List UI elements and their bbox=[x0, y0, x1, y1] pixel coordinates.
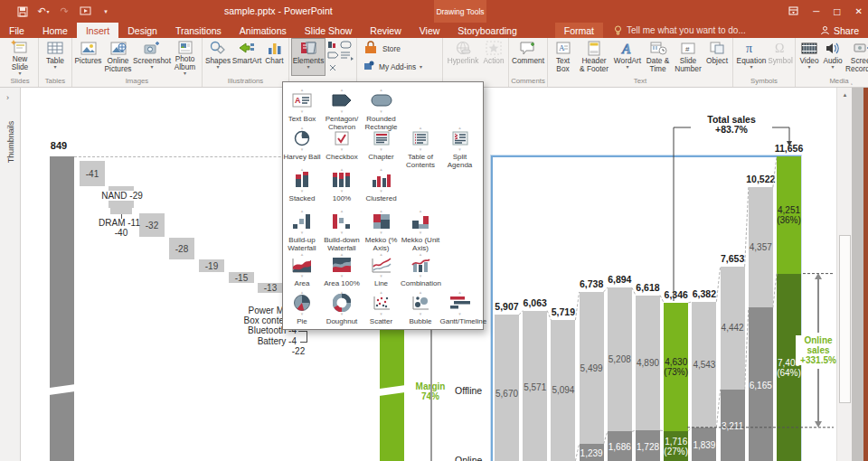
dropdown-item-clustered[interactable]: ▴▾Clustered bbox=[362, 167, 401, 202]
dropdown-item-gantt-timeline[interactable]: ▴▾Gantt/Timeline bbox=[440, 290, 480, 325]
tab-review[interactable]: Review bbox=[361, 23, 410, 38]
tell-me-box[interactable]: Tell me what you want to do... bbox=[614, 23, 746, 38]
dd-rounded-icon bbox=[362, 91, 401, 109]
bar-dark-label: 6,165 bbox=[741, 381, 779, 390]
waterfall-step: -13 bbox=[258, 283, 283, 293]
screen-recording-icon bbox=[854, 39, 868, 57]
contextual-tab-group-label: Drawing Tools bbox=[434, 0, 486, 23]
tab-slide-show[interactable]: Slide Show bbox=[296, 23, 362, 38]
dropdown-item-area-100[interactable]: ▴▾Area 100% bbox=[322, 252, 362, 287]
comment-button[interactable]: Comment bbox=[511, 38, 545, 76]
start-slideshow-button[interactable] bbox=[79, 5, 91, 18]
ribbon-group-symbols: πEquation▾ΩSymbolSymbols bbox=[733, 38, 796, 87]
dropdown-item-area[interactable]: ▴▾Area bbox=[282, 252, 322, 287]
tab-transitions[interactable]: Transitions bbox=[166, 23, 231, 38]
dd-pentagon-icon bbox=[322, 91, 362, 109]
my-addins-button[interactable]: My Add-ins▾ bbox=[363, 60, 440, 73]
dropdown-item-pie[interactable]: ▴▾Pie bbox=[282, 290, 322, 325]
dropdown-item-scatter[interactable]: ▴▾Scatter bbox=[362, 290, 401, 325]
save-button[interactable] bbox=[16, 5, 29, 18]
hyperlink-button[interactable]: Hyperlink bbox=[445, 38, 481, 76]
store-button[interactable]: Store bbox=[363, 41, 440, 57]
dropdown-item-harvey-ball[interactable]: ▴▾Harvey Ball bbox=[282, 126, 322, 161]
screen-recording-button[interactable]: Screen Recording bbox=[844, 38, 868, 76]
tab-animations[interactable]: Animations bbox=[231, 23, 296, 38]
thumbnails-pane-collapsed[interactable]: › Thumbnails bbox=[0, 88, 21, 461]
online-pictures-button[interactable]: Online Pictures bbox=[102, 38, 134, 76]
dropdown-caret-icon: ▾ bbox=[150, 65, 153, 70]
collapse-ribbon-icon[interactable]: ˛ bbox=[851, 77, 854, 85]
waterfall-label-power: Power M bbox=[208, 306, 284, 315]
text-box-button[interactable]: AText Box bbox=[550, 38, 576, 76]
dropdown-item-build-up-waterfall[interactable]: ▴▾Build-up Waterfall bbox=[282, 209, 322, 252]
group-label-illustrations: Illustrations bbox=[204, 76, 287, 87]
dd-combo-icon bbox=[401, 256, 440, 274]
close-button[interactable]: ✕ bbox=[855, 6, 863, 16]
redo-button[interactable]: ↷ bbox=[58, 5, 71, 18]
chart-button[interactable]: Chart bbox=[262, 38, 287, 76]
dropdown-item-checkbox[interactable]: ▴▾Checkbox bbox=[322, 126, 362, 161]
bar-light-label: 4,442 bbox=[713, 323, 751, 333]
table-button[interactable]: Table▾ bbox=[41, 38, 70, 76]
video-button[interactable]: Video▾ bbox=[797, 38, 821, 76]
action-button[interactable]: Action bbox=[481, 38, 506, 76]
dropdown-item-table-of-contents[interactable]: ▴▾Table of Contents bbox=[401, 126, 440, 169]
scroll-up-icon[interactable]: ▲ bbox=[837, 88, 853, 102]
shapes-icon bbox=[209, 39, 227, 57]
screenshot-button[interactable]: Screenshot▾ bbox=[134, 38, 170, 76]
dropdown-item-text-box[interactable]: ▴A▾Text Box bbox=[282, 88, 322, 123]
maximize-button[interactable]: □ bbox=[834, 5, 840, 18]
group-label-symbols: Symbols bbox=[735, 76, 793, 87]
tab-view[interactable]: View bbox=[410, 23, 449, 38]
online-row-label: Online bbox=[455, 456, 491, 461]
thinkcell-mini-tools[interactable] bbox=[326, 38, 354, 76]
wordart-button[interactable]: AWordArt▾ bbox=[612, 38, 643, 76]
spin-down-icon: ▾ bbox=[362, 109, 401, 113]
dropdown-item-mekko-axis[interactable]: ▴▾Mekko (% Axis) bbox=[362, 209, 401, 252]
dropdown-item-mekko-unit-axis[interactable]: ▴▾Mekko (Unit Axis) bbox=[401, 209, 440, 252]
ribbon-group: HyperlinkAction bbox=[443, 38, 509, 87]
expand-thumbnails-icon[interactable]: › bbox=[6, 93, 9, 102]
dd-100-icon bbox=[322, 171, 362, 189]
pictures-button[interactable]: Pictures bbox=[74, 38, 102, 76]
new-slide-button[interactable]: New Slide▾ bbox=[4, 38, 36, 76]
dropdown-item-stacked[interactable]: ▴▾Stacked bbox=[282, 167, 322, 202]
vertical-scrollbar[interactable]: ▲ bbox=[836, 88, 853, 461]
tab-home[interactable]: Home bbox=[33, 23, 77, 38]
tab-insert[interactable]: Insert bbox=[77, 23, 118, 38]
audio-button[interactable]: Audio▾ bbox=[821, 38, 844, 76]
elements-button[interactable]: Elements▾ bbox=[291, 38, 326, 76]
equation-button[interactable]: πEquation▾ bbox=[735, 38, 768, 76]
dropdown-item-bubble[interactable]: ▴▾Bubble bbox=[401, 290, 440, 325]
tab-storyboarding[interactable]: Storyboarding bbox=[448, 23, 525, 38]
dropdown-item-build-down-waterfall[interactable]: ▴▾Build-down Waterfall bbox=[322, 209, 362, 252]
scrollbar-thumb[interactable] bbox=[839, 235, 851, 403]
tab-design[interactable]: Design bbox=[118, 23, 166, 38]
ribbon-display-options-button[interactable] bbox=[788, 6, 798, 17]
waterfall-step: -28 bbox=[169, 238, 194, 259]
tab-format[interactable]: Format bbox=[555, 23, 603, 38]
header-footer-button[interactable]: Header & Footer bbox=[576, 38, 612, 76]
dropdown-item-doughnut[interactable]: ▴▾Doughnut bbox=[322, 290, 362, 325]
date-time-button[interactable]: Date & Time bbox=[643, 38, 673, 76]
smartart-button[interactable]: SmartArt bbox=[231, 38, 262, 76]
dropdown-item-combination[interactable]: ▴▾Combination bbox=[401, 252, 440, 287]
dropdown-item-chapter[interactable]: ▴▾Chapter bbox=[362, 126, 401, 161]
audio-icon bbox=[825, 39, 841, 57]
customize-qat-button[interactable]: ▾ bbox=[99, 5, 112, 18]
dropdown-item-line[interactable]: ▴▾Line bbox=[362, 252, 401, 287]
dd-line-icon bbox=[362, 256, 401, 274]
share-button[interactable]: Share bbox=[820, 23, 868, 38]
shapes-button[interactable]: Shapes▾ bbox=[204, 38, 231, 76]
dropdown-item-100[interactable]: ▴▾100% bbox=[322, 167, 362, 202]
share-label: Share bbox=[834, 25, 859, 36]
dropdown-item-split-agenda[interactable]: ▴▾Split Agenda bbox=[440, 126, 480, 169]
undo-button[interactable]: ↶▾ bbox=[37, 5, 50, 18]
minimize-button[interactable]: ─ bbox=[813, 6, 819, 16]
object-button[interactable]: Object bbox=[703, 38, 731, 76]
tab-file[interactable]: File bbox=[0, 23, 33, 38]
slide-number-button[interactable]: #Slide Number bbox=[673, 38, 703, 76]
symbol-button[interactable]: ΩSymbol bbox=[768, 38, 793, 76]
header-footer-icon bbox=[587, 39, 601, 57]
photo-album-button[interactable]: Photo Album▾ bbox=[170, 38, 200, 76]
